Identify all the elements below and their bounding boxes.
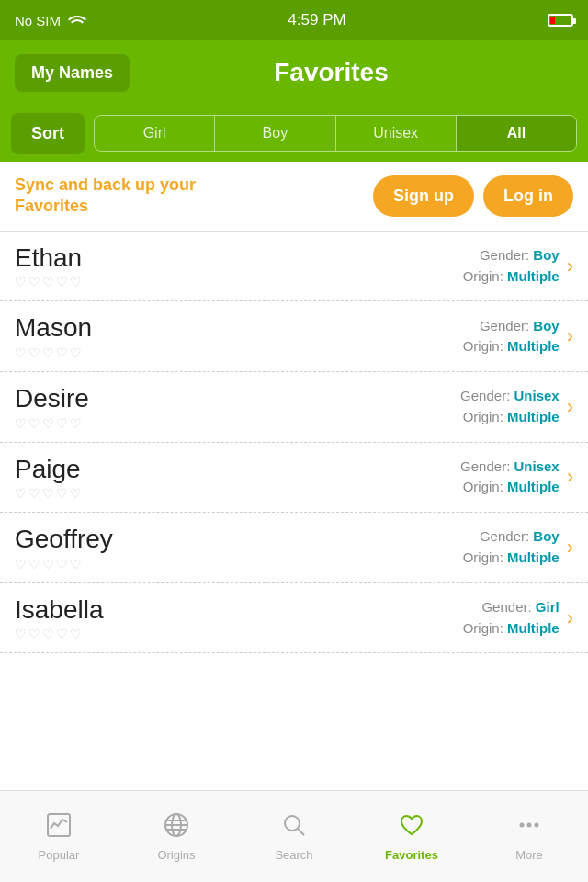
name-meta: Gender: Boy Origin: Multiple bbox=[463, 526, 560, 568]
globe-icon bbox=[164, 812, 189, 844]
gender-value: Boy bbox=[533, 318, 559, 334]
tab-search[interactable]: Search bbox=[235, 791, 353, 882]
sync-banner: Sync and back up your Favorites Sign up … bbox=[0, 162, 588, 232]
status-left: No SIM bbox=[15, 13, 86, 28]
origin-line: Origin: Multiple bbox=[463, 266, 560, 288]
battery-icon bbox=[548, 14, 573, 27]
tab-search-label: Search bbox=[275, 848, 312, 862]
name-item[interactable]: Mason ♡♡♡♡♡ Gender: Boy Origin: Multiple… bbox=[0, 301, 588, 372]
name-text: Isabella bbox=[15, 594, 463, 626]
status-bar: No SIM 4:59 PM bbox=[0, 0, 588, 40]
filter-bar: Sort Girl Boy Unisex All bbox=[0, 105, 588, 162]
filter-boy[interactable]: Boy bbox=[215, 116, 335, 151]
gender-value: Boy bbox=[533, 528, 559, 544]
name-text: Ethan bbox=[15, 243, 463, 274]
name-info: Desire ♡♡♡♡♡ bbox=[15, 383, 460, 431]
name-item[interactable]: Geoffrey ♡♡♡♡♡ Gender: Boy Origin: Multi… bbox=[0, 513, 588, 583]
name-text: Geoffrey bbox=[15, 524, 463, 555]
tab-origins-label: Origins bbox=[157, 848, 195, 862]
name-text: Mason bbox=[15, 312, 463, 344]
name-meta: Gender: Boy Origin: Multiple bbox=[463, 245, 560, 287]
origin-line: Origin: Multiple bbox=[463, 618, 560, 639]
carrier-text: No SIM bbox=[15, 13, 61, 28]
sync-text: Sync and back up your Favorites bbox=[15, 175, 198, 218]
name-info: Paige ♡♡♡♡♡ bbox=[15, 454, 460, 502]
login-button[interactable]: Log in bbox=[483, 175, 573, 217]
tab-more[interactable]: More bbox=[470, 791, 588, 882]
svg-point-10 bbox=[535, 822, 539, 827]
gender-value: Girl bbox=[536, 599, 560, 615]
name-item[interactable]: Isabella ♡♡♡♡♡ Gender: Girl Origin: Mult… bbox=[0, 583, 588, 654]
filter-unisex[interactable]: Unisex bbox=[336, 116, 457, 151]
tab-origins[interactable]: Origins bbox=[118, 791, 235, 882]
gender-line: Gender: Boy bbox=[463, 316, 560, 337]
name-meta: Gender: Girl Origin: Multiple bbox=[463, 597, 560, 639]
name-item[interactable]: Paige ♡♡♡♡♡ Gender: Unisex Origin: Multi… bbox=[0, 443, 588, 514]
heart-icon bbox=[399, 812, 424, 844]
name-item[interactable]: Desire ♡♡♡♡♡ Gender: Unisex Origin: Mult… bbox=[0, 372, 588, 443]
svg-point-9 bbox=[527, 822, 532, 827]
name-info: Mason ♡♡♡♡♡ bbox=[15, 312, 463, 360]
origin-value: Multiple bbox=[507, 338, 560, 354]
heart-rating: ♡♡♡♡♡ bbox=[15, 416, 460, 431]
chart-icon bbox=[46, 812, 72, 844]
name-info: Geoffrey ♡♡♡♡♡ bbox=[15, 524, 463, 571]
status-time: 4:59 PM bbox=[288, 11, 345, 29]
status-right bbox=[548, 14, 573, 27]
name-item[interactable]: Ethan ♡♡♡♡♡ Gender: Boy Origin: Multiple… bbox=[0, 232, 588, 302]
heart-rating: ♡♡♡♡♡ bbox=[15, 557, 463, 571]
origin-value: Multiple bbox=[507, 620, 560, 636]
origin-value: Multiple bbox=[507, 268, 560, 284]
svg-point-6 bbox=[285, 816, 300, 831]
tab-popular[interactable]: Popular bbox=[0, 791, 118, 882]
heart-rating: ♡♡♡♡♡ bbox=[15, 345, 463, 360]
wifi-icon bbox=[68, 14, 86, 27]
chevron-right-icon: › bbox=[567, 536, 573, 560]
name-meta: Gender: Unisex Origin: Multiple bbox=[460, 457, 560, 498]
chevron-right-icon: › bbox=[567, 324, 573, 348]
sync-actions: Sign up Log in bbox=[373, 175, 573, 217]
name-list: Ethan ♡♡♡♡♡ Gender: Boy Origin: Multiple… bbox=[0, 232, 588, 654]
tab-favorites[interactable]: Favorites bbox=[353, 791, 470, 882]
origin-value: Multiple bbox=[507, 409, 560, 424]
origin-line: Origin: Multiple bbox=[463, 336, 560, 357]
svg-point-8 bbox=[520, 822, 525, 827]
filter-all[interactable]: All bbox=[457, 116, 576, 151]
chevron-right-icon: › bbox=[567, 606, 573, 630]
my-names-button[interactable]: My Names bbox=[15, 54, 130, 92]
gender-line: Gender: Boy bbox=[463, 526, 560, 548]
name-meta: Gender: Unisex Origin: Multiple bbox=[460, 386, 560, 427]
name-text: Paige bbox=[15, 454, 460, 485]
header: My Names Favorites bbox=[0, 40, 588, 105]
filter-group: Girl Boy Unisex All bbox=[94, 115, 577, 152]
origin-value: Multiple bbox=[507, 549, 560, 565]
gender-line: Gender: Girl bbox=[463, 597, 560, 618]
chevron-right-icon: › bbox=[567, 395, 573, 419]
tab-popular-label: Popular bbox=[39, 848, 80, 862]
search-icon bbox=[281, 812, 307, 844]
tab-more-label: More bbox=[515, 848, 543, 862]
origin-value: Multiple bbox=[507, 479, 560, 494]
heart-rating: ♡♡♡♡♡ bbox=[15, 627, 463, 641]
gender-line: Gender: Unisex bbox=[460, 386, 560, 407]
chevron-right-icon: › bbox=[567, 254, 573, 278]
heart-rating: ♡♡♡♡♡ bbox=[15, 275, 463, 289]
gender-value: Unisex bbox=[514, 458, 559, 474]
name-text: Desire bbox=[15, 383, 460, 414]
tab-bar: Popular Origins Search Fav bbox=[0, 790, 588, 882]
heart-rating: ♡♡♡♡♡ bbox=[15, 486, 460, 501]
filter-girl[interactable]: Girl bbox=[95, 116, 215, 151]
signup-button[interactable]: Sign up bbox=[373, 175, 474, 217]
gender-line: Gender: Boy bbox=[463, 245, 560, 266]
origin-line: Origin: Multiple bbox=[460, 407, 560, 428]
sort-button[interactable]: Sort bbox=[11, 113, 85, 154]
gender-value: Boy bbox=[533, 247, 559, 263]
tab-favorites-label: Favorites bbox=[385, 848, 438, 862]
name-meta: Gender: Boy Origin: Multiple bbox=[463, 316, 560, 357]
svg-line-7 bbox=[298, 829, 304, 835]
name-info: Ethan ♡♡♡♡♡ bbox=[15, 243, 463, 290]
origin-line: Origin: Multiple bbox=[463, 548, 560, 569]
name-info: Isabella ♡♡♡♡♡ bbox=[15, 594, 463, 642]
gender-value: Unisex bbox=[514, 388, 559, 403]
gender-line: Gender: Unisex bbox=[460, 457, 560, 478]
